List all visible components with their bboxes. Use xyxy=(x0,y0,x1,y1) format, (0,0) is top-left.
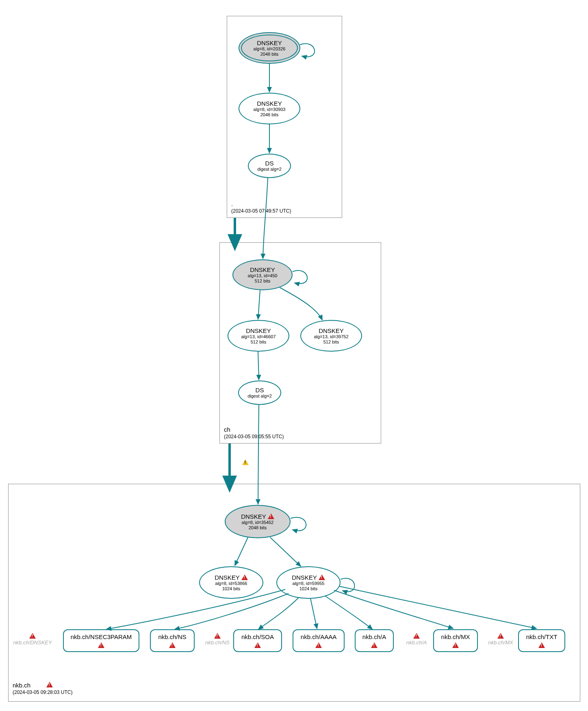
node-root-zsk: DNSKEY alg=8, id=30903 2048 bits xyxy=(239,93,300,124)
warning-icon xyxy=(46,682,53,687)
warning-icon-yellow xyxy=(242,459,249,465)
warning-icon xyxy=(452,642,459,648)
zone-root-label: . (2024-03-05 07:49:57 UTC) xyxy=(231,200,291,214)
node-ch-zsk2: DNSKEY alg=13, id=39752 512 bits xyxy=(300,320,362,352)
ghost-a: nkb.ch/A xyxy=(390,633,443,646)
rrset-aaaa: nkb.ch/AAAA xyxy=(293,629,345,652)
node-ch-zsk: DNSKEY alg=13, id=46607 512 bits xyxy=(228,320,289,352)
node-nkb-zsk2: DNSKEY alg=8, id=59955 1024 bits xyxy=(276,566,341,599)
node-nkb-zsk1: DNSKEY alg=8, id=53866 1024 bits xyxy=(199,566,263,599)
warning-icon xyxy=(268,513,274,519)
ghost-dnskey: nkb.ch/DNSKEY xyxy=(6,633,59,646)
zone-nkb-label: nkb.ch (2024-03-05 09:28:03 UTC) xyxy=(13,682,72,696)
node-ch-ksk: DNSKEY alg=13, id=450 512 bits xyxy=(232,259,293,290)
rrset-nsec3param: nkb.ch/NSEC3PARAM xyxy=(63,629,139,652)
warning-icon xyxy=(29,633,36,639)
warning-icon xyxy=(169,642,176,648)
diagram-canvas: . (2024-03-05 07:49:57 UTC) ch (2024-03-… xyxy=(0,0,588,711)
warning-icon xyxy=(241,574,248,580)
node-ch-ds: DS digest alg=2 xyxy=(238,381,281,405)
ghost-ns: nkb.ch/NS xyxy=(191,633,244,646)
ghost-mx: nkb.ch/MX xyxy=(474,633,527,646)
warning-icon xyxy=(497,633,504,639)
node-root-ksk: DNSKEY alg=8, id=20326 2048 bits xyxy=(239,32,300,64)
rrset-a: nkb.ch/A xyxy=(355,629,394,652)
warning-icon xyxy=(319,574,325,580)
node-nkb-ksk: DNSKEY alg=8, id=35452 2048 bits xyxy=(225,505,291,538)
warning-icon xyxy=(214,633,221,639)
zone-ch-label: ch (2024-03-05 09:05:55 UTC) xyxy=(224,426,284,440)
warning-icon xyxy=(538,642,545,648)
warning-icon xyxy=(98,642,104,648)
rrset-ns: nkb.ch/NS xyxy=(150,629,195,652)
warning-icon xyxy=(371,642,378,648)
warning-icon xyxy=(413,633,420,639)
node-root-ds: DS digest alg=2 xyxy=(248,154,291,178)
warning-icon xyxy=(315,642,322,648)
warning-icon xyxy=(254,642,261,648)
